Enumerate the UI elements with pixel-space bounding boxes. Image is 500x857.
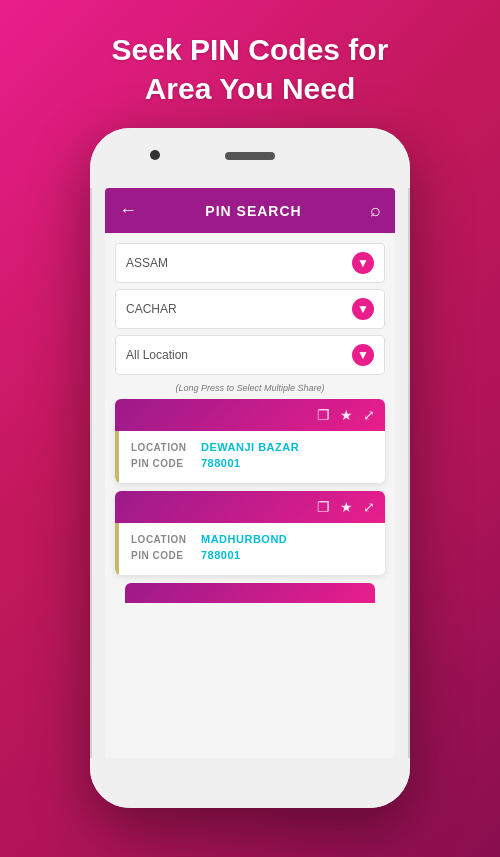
location-field-value: DEWANJI BAZAR: [201, 441, 299, 453]
card-2-content: LOCATION MADHURBOND PIN CODE 788001: [115, 523, 385, 575]
location-dropdown-arrow: ▼: [352, 344, 374, 366]
back-button[interactable]: ←: [119, 200, 137, 221]
card-1-pincode-row: PIN CODE 788001: [131, 457, 373, 469]
search-button[interactable]: ⌕: [370, 200, 381, 221]
card-1-location-row: LOCATION DEWANJI BAZAR: [131, 441, 373, 453]
copy-icon[interactable]: ❐: [317, 499, 330, 515]
card-2-pincode-row: PIN CODE 788001: [131, 549, 373, 561]
share-icon[interactable]: ⤢: [363, 499, 375, 515]
state-label: ASSAM: [126, 256, 168, 270]
card-1-content: LOCATION DEWANJI BAZAR PIN CODE 788001: [115, 431, 385, 483]
location-field-value: MADHURBOND: [201, 533, 287, 545]
pincode-field-value: 788001: [201, 457, 241, 469]
star-icon[interactable]: ★: [340, 499, 353, 515]
copy-icon[interactable]: ❐: [317, 407, 330, 423]
result-card-2: ❐ ★ ⤢ LOCATION MADHURBOND PIN CODE 78800…: [115, 491, 385, 575]
pincode-field-label: PIN CODE: [131, 458, 201, 469]
phone-speaker: [225, 152, 275, 160]
star-icon[interactable]: ★: [340, 407, 353, 423]
chevron-down-icon: ▼: [357, 302, 369, 316]
chevron-down-icon: ▼: [357, 348, 369, 362]
share-icon[interactable]: ⤢: [363, 407, 375, 423]
filter-section: ASSAM ▼ CACHAR ▼ All Location ▼: [105, 233, 395, 379]
location-dropdown[interactable]: All Location ▼: [115, 335, 385, 375]
card-2-location-row: LOCATION MADHURBOND: [131, 533, 373, 545]
phone-screen: ← PIN SEARCH ⌕ ASSAM ▼ CACHAR ▼ All Loca…: [105, 188, 395, 758]
pincode-field-label: PIN CODE: [131, 550, 201, 561]
location-field-label: LOCATION: [131, 534, 201, 545]
page-headline: Seek PIN Codes for Area You Need: [112, 30, 389, 108]
headline-line1: Seek PIN Codes for: [112, 33, 389, 66]
chevron-down-icon: ▼: [357, 256, 369, 270]
pincode-field-value: 788001: [201, 549, 241, 561]
app-bar: ← PIN SEARCH ⌕: [105, 188, 395, 233]
phone-top-bezel: [90, 128, 410, 188]
phone-bottom-bezel: [90, 758, 410, 808]
results-list: ❐ ★ ⤢ LOCATION DEWANJI BAZAR PIN CODE 78…: [105, 399, 395, 758]
phone-camera: [150, 150, 160, 160]
headline-line2: Area You Need: [145, 72, 356, 105]
location-label: All Location: [126, 348, 188, 362]
app-bar-title: PIN SEARCH: [205, 203, 301, 219]
state-dropdown[interactable]: ASSAM ▼: [115, 243, 385, 283]
hint-text: (Long Press to Select Multiple Share): [105, 379, 395, 399]
district-label: CACHAR: [126, 302, 177, 316]
card-1-actions: ❐ ★ ⤢: [115, 399, 385, 431]
card-2-actions: ❐ ★ ⤢: [115, 491, 385, 523]
state-dropdown-arrow: ▼: [352, 252, 374, 274]
phone-mockup: ← PIN SEARCH ⌕ ASSAM ▼ CACHAR ▼ All Loca…: [90, 128, 410, 808]
district-dropdown-arrow: ▼: [352, 298, 374, 320]
result-card-1: ❐ ★ ⤢ LOCATION DEWANJI BAZAR PIN CODE 78…: [115, 399, 385, 483]
district-dropdown[interactable]: CACHAR ▼: [115, 289, 385, 329]
location-field-label: LOCATION: [131, 442, 201, 453]
partial-card-hint: [125, 583, 375, 603]
